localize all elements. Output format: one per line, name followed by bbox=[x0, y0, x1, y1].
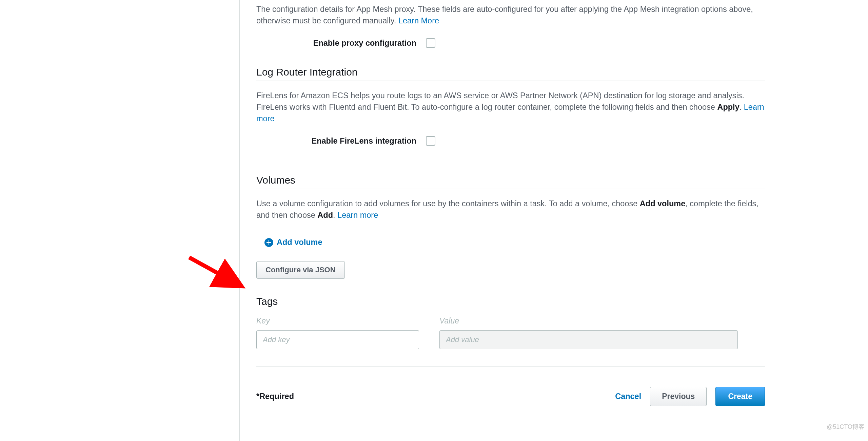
configure-via-json-button[interactable]: Configure via JSON bbox=[256, 261, 345, 279]
app-mesh-learn-more-link[interactable]: Learn More bbox=[398, 16, 439, 25]
footer-row: *Required Cancel Previous Create bbox=[256, 387, 765, 406]
log-router-apply-word: Apply bbox=[717, 103, 739, 111]
previous-button[interactable]: Previous bbox=[650, 387, 707, 406]
enable-firelens-checkbox[interactable] bbox=[426, 136, 435, 146]
create-button[interactable]: Create bbox=[715, 387, 765, 406]
tag-value-input[interactable] bbox=[439, 330, 738, 349]
tag-key-input[interactable] bbox=[256, 330, 419, 349]
enable-proxy-row: Enable proxy configuration bbox=[256, 38, 765, 48]
enable-proxy-label: Enable proxy configuration bbox=[256, 39, 426, 48]
add-volume-button[interactable]: Add volume bbox=[264, 238, 765, 247]
tags-value-label: Value bbox=[439, 316, 738, 326]
tags-value-column: Value bbox=[439, 316, 738, 349]
footer-actions: Cancel Previous Create bbox=[615, 387, 765, 406]
plus-circle-icon bbox=[264, 238, 273, 247]
volumes-desc-suffix: . bbox=[333, 211, 337, 219]
log-router-desc-prefix: FireLens for Amazon ECS helps you route … bbox=[256, 91, 744, 111]
tags-key-label: Key bbox=[256, 316, 419, 326]
svg-line-1 bbox=[189, 257, 238, 285]
enable-firelens-row: Enable FireLens integration bbox=[256, 136, 765, 146]
tags-heading: Tags bbox=[256, 296, 765, 310]
required-label: *Required bbox=[256, 392, 294, 401]
tags-key-column: Key bbox=[256, 316, 419, 349]
tags-input-row: Key Value bbox=[256, 316, 765, 349]
main-content: The configuration details for App Mesh p… bbox=[239, 0, 775, 406]
enable-firelens-label: Enable FireLens integration bbox=[256, 136, 426, 146]
add-volume-label: Add volume bbox=[277, 238, 322, 247]
enable-proxy-checkbox[interactable] bbox=[426, 38, 435, 48]
footer-divider bbox=[256, 366, 765, 366]
cancel-button[interactable]: Cancel bbox=[615, 392, 641, 401]
log-router-desc-suffix: . bbox=[739, 103, 744, 111]
volumes-heading: Volumes bbox=[256, 174, 765, 189]
volumes-description: Use a volume configuration to add volume… bbox=[256, 194, 765, 221]
app-mesh-description: The configuration details for App Mesh p… bbox=[256, 0, 765, 26]
volumes-desc-prefix: Use a volume configuration to add volume… bbox=[256, 199, 640, 208]
watermark: @51CTO博客 bbox=[827, 423, 865, 431]
log-router-description: FireLens for Amazon ECS helps you route … bbox=[256, 86, 765, 124]
volumes-bold-add-volume: Add volume bbox=[640, 199, 685, 208]
volumes-learn-more-link[interactable]: Learn more bbox=[337, 211, 378, 219]
app-mesh-description-text: The configuration details for App Mesh p… bbox=[256, 5, 753, 25]
volumes-bold-add: Add bbox=[317, 211, 333, 219]
log-router-heading: Log Router Integration bbox=[256, 66, 765, 81]
